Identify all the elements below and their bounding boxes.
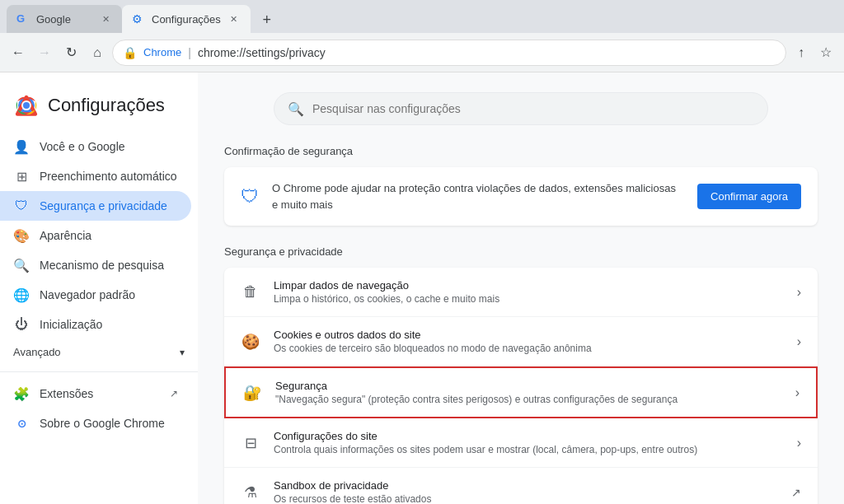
sidebar-item-navegador-label: Navegador padrão — [40, 288, 135, 301]
browser-frame: G Google ✕ ⚙ Configurações ✕ + ← → ↻ ⌂ 🔒… — [0, 0, 844, 504]
row-config-site[interactable]: ⊟ Configurações do site Controla quais i… — [224, 418, 818, 468]
row-limpar-text: Limpar dados de navegação Limpa o histór… — [274, 279, 784, 305]
grid-icon: ⊞ — [13, 168, 30, 184]
sidebar-item-inicializacao-label: Inicialização — [40, 318, 102, 331]
row-sandbox-title: Sandbox de privacidade — [274, 479, 778, 492]
address-separator: | — [188, 46, 191, 59]
settings-list: 🗑 Limpar dados de navegação Limpa o hist… — [224, 268, 818, 504]
shield2-icon: 🔐 — [242, 383, 262, 403]
row-config-site-sub: Controla quais informações os sites pode… — [274, 444, 784, 455]
content-area: Configurações 👤 Você e o Google ⊞ Preenc… — [0, 72, 844, 504]
address-bar[interactable]: 🔒 Chrome | chrome://settings/privacy — [112, 40, 786, 66]
row-limpar-title: Limpar dados de navegação — [274, 279, 784, 292]
advanced-label: Avançado — [13, 346, 61, 358]
reload-button[interactable]: ↻ — [59, 41, 82, 64]
sidebar-item-seguranca[interactable]: 🛡 Segurança e privacidade — [0, 191, 191, 221]
bookmark-button[interactable]: ☆ — [814, 41, 837, 64]
address-text: chrome://settings/privacy — [198, 46, 326, 59]
chrome-logo-icon — [13, 92, 40, 119]
sidebar-item-extensoes-label: Extensões — [40, 387, 93, 400]
sidebar: Configurações 👤 Você e o Google ⊞ Preenc… — [0, 72, 198, 504]
advanced-section[interactable]: Avançado ▾ — [0, 339, 198, 365]
tab-settings[interactable]: ⚙ Configurações ✕ — [122, 5, 251, 33]
sidebar-item-sobre[interactable]: ⊙ Sobre o Google Chrome — [0, 408, 191, 438]
sidebar-item-mecanismo[interactable]: 🔍 Mecanismo de pesquisa — [0, 250, 191, 280]
row-cookies[interactable]: 🍪 Cookies e outros dados do site Os cook… — [224, 317, 818, 366]
row-limpar-sub: Limpa o histórico, os cookies, o cache e… — [274, 293, 784, 305]
row-seguranca-sub: "Navegação segura" (proteção contra site… — [275, 394, 782, 405]
confirm-section-title: Confirmação de segurança — [224, 145, 818, 157]
puzzle-icon: 🧩 — [13, 385, 30, 402]
search-sidebar-icon: 🔍 — [13, 257, 30, 273]
confirm-shield-icon: 🛡 — [241, 186, 259, 208]
sidebar-item-voce-google[interactable]: 👤 Você e o Google — [0, 132, 191, 161]
person-icon: 👤 — [13, 138, 30, 155]
sidebar-item-voce-google-label: Você e o Google — [40, 140, 125, 153]
tab-google-close[interactable]: ✕ — [99, 12, 112, 26]
row-config-site-title: Configurações do site — [274, 430, 784, 442]
row-seguranca[interactable]: 🔐 Segurança "Navegação segura" (proteção… — [224, 366, 818, 418]
palette-icon: 🎨 — [13, 227, 30, 244]
globe-icon: 🌐 — [13, 287, 30, 303]
google-favicon: G — [16, 12, 30, 26]
row-seguranca-title: Segurança — [275, 380, 782, 392]
confirm-now-button[interactable]: Confirmar agora — [697, 184, 801, 209]
row-sandbox-external-icon: ↗ — [791, 486, 801, 499]
row-sandbox-text: Sandbox de privacidade Os recursos de te… — [274, 479, 778, 504]
sidebar-item-sobre-label: Sobre o Google Chrome — [40, 417, 165, 430]
privacy-section-title: Segurança e privacidade — [224, 245, 818, 258]
forward-button[interactable]: → — [33, 41, 56, 64]
settings-favicon: ⚙ — [132, 12, 145, 26]
confirm-text: O Chrome pode ajudar na proteção contra … — [272, 180, 684, 212]
sidebar-divider — [0, 371, 198, 372]
tab-bar: G Google ✕ ⚙ Configurações ✕ + — [0, 0, 844, 33]
row-limpar-arrow-icon: › — [797, 285, 801, 300]
trash-icon: 🗑 — [241, 282, 260, 302]
sidebar-item-preenchimento-label: Preenchimento automático — [40, 170, 177, 183]
tab-google[interactable]: G Google ✕ — [7, 5, 122, 33]
cookie-icon: 🍪 — [241, 332, 260, 352]
power-icon: ⏻ — [13, 316, 30, 333]
sidebar-item-navegador[interactable]: 🌐 Navegador padrão — [0, 280, 191, 310]
back-button[interactable]: ← — [7, 41, 30, 64]
sidebar-item-seguranca-label: Segurança e privacidade — [40, 199, 167, 212]
sidebar-item-extensoes[interactable]: 🧩 Extensões ↗ — [0, 379, 191, 408]
sliders-icon: ⊟ — [241, 433, 260, 453]
search-bar-wrap: 🔍 — [224, 92, 818, 125]
extensoes-external-icon: ↗ — [170, 388, 178, 399]
row-cookies-title: Cookies e outros dados do site — [274, 329, 784, 341]
sidebar-item-preenchimento[interactable]: ⊞ Preenchimento automático — [0, 161, 191, 191]
shield-sidebar-icon: 🛡 — [13, 198, 30, 214]
search-input[interactable] — [312, 102, 754, 115]
chrome-about-icon: ⊙ — [13, 415, 30, 432]
tab-settings-label: Configurações — [152, 13, 221, 26]
settings-search[interactable]: 🔍 — [274, 92, 768, 125]
row-limpar[interactable]: 🗑 Limpar dados de navegação Limpa o hist… — [224, 268, 818, 317]
row-cookies-sub: Os cookies de terceiro são bloqueados no… — [274, 343, 784, 354]
row-config-site-arrow-icon: › — [797, 436, 801, 450]
share-button[interactable]: ↑ — [790, 41, 813, 64]
new-tab-button[interactable]: + — [254, 7, 280, 33]
row-seguranca-text: Segurança "Navegação segura" (proteção c… — [275, 380, 782, 405]
sidebar-item-mecanismo-label: Mecanismo de pesquisa — [40, 259, 164, 272]
row-sandbox[interactable]: ⚗ Sandbox de privacidade Os recursos de … — [224, 468, 818, 504]
sidebar-item-inicializacao[interactable]: ⏻ Inicialização — [0, 310, 191, 339]
svg-point-3 — [23, 102, 30, 109]
tab-google-label: Google — [36, 13, 71, 26]
sidebar-title: Configurações — [48, 95, 165, 116]
row-sandbox-sub: Os recursos de teste estão ativados — [274, 493, 778, 504]
lock-icon: 🔒 — [123, 46, 137, 59]
toolbar-right: ↑ ☆ — [790, 41, 837, 64]
lab-icon: ⚗ — [241, 483, 260, 502]
search-icon: 🔍 — [288, 101, 304, 117]
row-cookies-text: Cookies e outros dados do site Os cookie… — [274, 329, 784, 354]
sidebar-header: Configurações — [0, 86, 198, 132]
confirm-card: 🛡 O Chrome pode ajudar na proteção contr… — [224, 167, 818, 226]
row-cookies-arrow-icon: › — [797, 334, 801, 349]
home-button[interactable]: ⌂ — [86, 41, 109, 64]
row-config-site-text: Configurações do site Controla quais inf… — [274, 430, 784, 455]
toolbar: ← → ↻ ⌂ 🔒 Chrome | chrome://settings/pri… — [0, 33, 844, 72]
main-panel: 🔍 Confirmação de segurança 🛡 O Chrome po… — [198, 72, 844, 504]
sidebar-item-aparencia[interactable]: 🎨 Aparência — [0, 221, 191, 250]
tab-settings-close[interactable]: ✕ — [227, 12, 241, 26]
